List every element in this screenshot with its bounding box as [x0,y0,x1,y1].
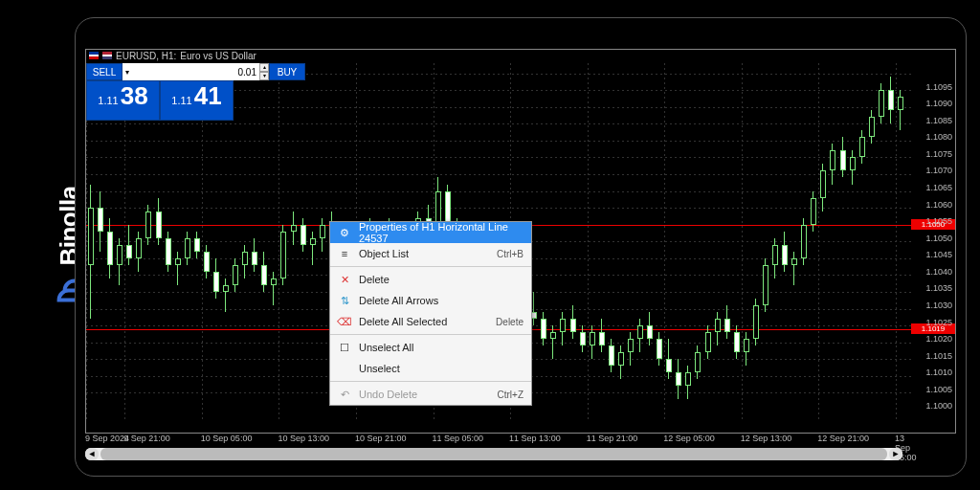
spinner-up-icon[interactable]: ▴ [259,63,269,72]
price-tick: 1.1015 [925,351,952,361]
scroll-right-icon[interactable]: ► [889,448,902,460]
volume-spinner[interactable]: ▴▾ [259,63,269,80]
flag-icon [102,52,112,59]
menu-delete-arrows[interactable]: ⇅ Delete All Arrows [330,290,531,311]
time-tick: 9 Sep 2024 [85,434,129,443]
price-tick: 1.1070 [925,166,952,175]
menu-delete[interactable]: ✕ Delete [330,269,531,290]
flag-icon [89,52,99,59]
price-tick: 1.1040 [925,267,952,277]
price-tick: 1.1055 [925,216,952,226]
menu-delete-selected[interactable]: ⌫ Delete All Selected Delete [330,311,531,332]
volume-input[interactable] [132,67,259,78]
price-tick: 1.1010 [925,368,952,377]
time-tick: 10 Sep 05:00 [201,434,253,443]
time-tick: 11 Sep 05:00 [433,434,484,443]
undo-icon: ↶ [338,388,351,401]
price-tick: 1.1065 [925,183,952,192]
time-tick: 12 Sep 13:00 [741,434,792,443]
chart-title-bar: EURUSD, H1: Euro vs US Dollar [85,49,902,62]
buy-prefix: 1.11 [171,95,191,106]
time-tick: 10 Sep 13:00 [278,434,329,443]
volume-dropdown-icon[interactable]: ▾ [122,68,132,77]
buy-price[interactable]: 1.11 41 [160,80,234,121]
delete-icon: ✕ [338,273,351,286]
buy-big: 41 [194,81,222,111]
price-tick: 1.1020 [925,334,952,344]
buy-button[interactable]: BUY [269,63,305,80]
price-tick: 1.1025 [925,318,952,327]
price-tick: 1.1095 [925,82,952,92]
price-tick: 1.1030 [925,301,952,310]
price-tick: 1.1045 [925,250,952,259]
time-tick: 9 Sep 21:00 [123,434,170,443]
price-scale[interactable]: 1.10001.10051.10101.10151.10201.10251.10… [912,63,956,434]
dealer-panel: SELL ▾ ▴▾ BUY 1.11 38 1.11 41 [86,63,234,121]
price-tick: 1.1075 [925,149,952,159]
menu-undo-delete: ↶ Undo Delete Ctrl+Z [330,384,531,405]
price-tick: 1.1000 [925,401,952,411]
menu-separator [330,334,531,335]
horizontal-scrollbar[interactable]: ◄ ► [85,448,902,460]
price-tick: 1.1050 [925,234,952,243]
price-tick: 1.1005 [925,385,952,394]
delete-selected-icon: ⌫ [338,315,351,328]
context-menu: ⚙ Properties of H1 Horizontal Line 24537… [329,221,532,406]
time-tick: 11 Sep 13:00 [509,434,561,443]
time-tick: 12 Sep 21:00 [817,434,869,443]
menu-unselect-all[interactable]: ☐ Unselect All [330,337,531,358]
sell-big: 38 [121,81,148,111]
price-tick: 1.1090 [925,99,952,108]
price-tick: 1.1035 [925,283,952,293]
spinner-down-icon[interactable]: ▾ [259,72,269,80]
menu-unselect[interactable]: Unselect [330,358,531,379]
menu-separator [330,266,531,267]
symbol-desc: Euro vs US Dollar [180,51,256,61]
menu-object-list[interactable]: ≡ Object List Ctrl+B [330,243,531,264]
menu-properties[interactable]: ⚙ Properties of H1 Horizontal Line 24537 [330,222,531,243]
gear-icon: ⚙ [338,226,351,239]
chart-panel: EURUSD, H1: Euro vs US Dollar SELL ▾ ▴▾ … [75,17,967,477]
sell-price[interactable]: 1.11 38 [86,80,160,121]
time-tick: 12 Sep 05:00 [663,434,715,443]
symbol-text: EURUSD, H1: [116,51,176,61]
volume-input-wrap: ▾ ▴▾ [122,63,269,80]
price-tick: 1.1060 [925,200,952,210]
price-tick: 1.1085 [925,116,952,125]
scroll-left-icon[interactable]: ◄ [85,448,99,460]
time-tick: 10 Sep 21:00 [355,434,407,443]
menu-separator [330,381,531,382]
price-tick: 1.1080 [925,132,952,142]
sell-prefix: 1.11 [98,95,118,106]
scroll-thumb[interactable] [100,448,887,460]
sell-button[interactable]: SELL [86,63,122,80]
unselect-icon: ☐ [338,341,351,354]
time-scale[interactable]: 9 Sep 20249 Sep 21:0010 Sep 05:0010 Sep … [85,434,902,447]
list-icon: ≡ [338,247,351,260]
time-tick: 11 Sep 21:00 [587,434,638,443]
arrows-icon: ⇅ [338,294,351,307]
